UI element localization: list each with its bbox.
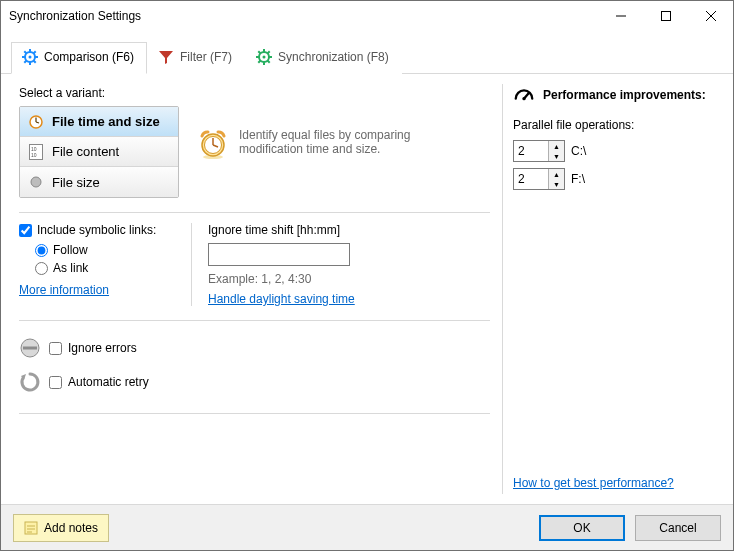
variant-list: File time and size 1010 File content Fil… bbox=[19, 106, 179, 198]
svg-rect-38 bbox=[23, 347, 37, 350]
auto-retry-checkbox[interactable]: Automatic retry bbox=[49, 375, 149, 389]
parallel-row-0: ▲ ▼ C:\ bbox=[513, 140, 719, 162]
svg-marker-14 bbox=[159, 51, 173, 64]
more-information-link[interactable]: More information bbox=[19, 283, 109, 297]
symlink-follow-input[interactable] bbox=[35, 244, 48, 257]
variant-time-size-label: File time and size bbox=[52, 114, 160, 129]
variant-time-size[interactable]: File time and size bbox=[20, 107, 178, 137]
best-performance-link[interactable]: How to get best performance? bbox=[513, 476, 719, 490]
timeshift-input[interactable] bbox=[208, 243, 350, 266]
symlink-aslink-radio[interactable]: As link bbox=[35, 261, 179, 275]
tab-filter[interactable]: Filter (F7) bbox=[147, 42, 245, 74]
tab-filter-label: Filter (F7) bbox=[180, 50, 232, 64]
footer: Add notes OK Cancel bbox=[1, 504, 733, 550]
content-area: Select a variant: File time and size 101… bbox=[1, 74, 733, 504]
symlink-follow-label: Follow bbox=[53, 243, 88, 257]
right-panel: Performance improvements: Parallel file … bbox=[503, 74, 733, 504]
timeshift-label: Ignore time shift [hh:mm] bbox=[208, 223, 490, 237]
performance-heading-label: Performance improvements: bbox=[543, 88, 706, 102]
auto-retry-label: Automatic retry bbox=[68, 375, 149, 389]
svg-line-21 bbox=[258, 51, 260, 53]
options-row: Include symbolic links: Follow As link M… bbox=[19, 223, 490, 306]
parallel-spinner-1[interactable]: ▲ ▼ bbox=[513, 168, 565, 190]
ignore-errors-checkbox[interactable]: Ignore errors bbox=[49, 341, 137, 355]
maximize-button[interactable] bbox=[643, 1, 688, 31]
svg-line-12 bbox=[34, 51, 36, 53]
add-notes-label: Add notes bbox=[44, 521, 98, 535]
variant-size[interactable]: File size bbox=[20, 167, 178, 197]
symlink-aslink-label: As link bbox=[53, 261, 88, 275]
ignore-errors-input[interactable] bbox=[49, 342, 62, 355]
alarm-clock-icon bbox=[197, 128, 229, 160]
settings-window: Synchronization Settings Comparison (F6)… bbox=[0, 0, 734, 551]
gear-green-icon bbox=[256, 49, 272, 65]
funnel-icon bbox=[158, 49, 174, 65]
svg-line-10 bbox=[24, 51, 26, 53]
tab-comparison-label: Comparison (F6) bbox=[44, 50, 134, 64]
gauge-icon bbox=[513, 84, 535, 106]
add-notes-button[interactable]: Add notes bbox=[13, 514, 109, 542]
ok-button[interactable]: OK bbox=[539, 515, 625, 541]
vertical-divider bbox=[191, 223, 192, 306]
auto-retry-row: Automatic retry bbox=[19, 371, 490, 393]
timeshift-group: Ignore time shift [hh:mm] Example: 1, 2,… bbox=[204, 223, 490, 306]
close-button[interactable] bbox=[688, 1, 733, 31]
tab-comparison[interactable]: Comparison (F6) bbox=[11, 42, 147, 74]
svg-point-16 bbox=[263, 56, 266, 59]
svg-line-11 bbox=[34, 61, 36, 63]
symlink-follow-radio[interactable]: Follow bbox=[35, 243, 179, 257]
svg-line-23 bbox=[268, 51, 270, 53]
divider-2 bbox=[19, 320, 490, 321]
dst-link[interactable]: Handle daylight saving time bbox=[208, 292, 355, 306]
parallel-value-0[interactable] bbox=[514, 141, 548, 161]
parallel-drive-0: C:\ bbox=[571, 144, 586, 158]
clock-small-icon bbox=[28, 114, 44, 130]
timeshift-example: Example: 1, 2, 4:30 bbox=[208, 272, 490, 286]
spinner-buttons-1: ▲ ▼ bbox=[548, 169, 564, 189]
cancel-button[interactable]: Cancel bbox=[635, 515, 721, 541]
svg-line-22 bbox=[268, 61, 270, 63]
spinner-up-0[interactable]: ▲ bbox=[549, 141, 564, 151]
ignore-errors-row: Ignore errors bbox=[19, 337, 490, 359]
symlinks-radios: Follow As link bbox=[35, 243, 179, 275]
svg-line-13 bbox=[24, 61, 26, 63]
divider-3 bbox=[19, 413, 490, 414]
variant-size-label: File size bbox=[52, 175, 100, 190]
variant-explain-text: Identify equal files by comparing modifi… bbox=[239, 128, 457, 156]
auto-retry-input[interactable] bbox=[49, 376, 62, 389]
symlink-aslink-input[interactable] bbox=[35, 262, 48, 275]
binary-file-icon: 1010 bbox=[28, 144, 44, 160]
titlebar: Synchronization Settings bbox=[1, 1, 733, 31]
left-panel: Select a variant: File time and size 101… bbox=[1, 74, 502, 504]
spinner-buttons-0: ▲ ▼ bbox=[548, 141, 564, 161]
svg-point-31 bbox=[31, 177, 41, 187]
variant-row: File time and size 1010 File content Fil… bbox=[19, 106, 490, 198]
minimize-button[interactable] bbox=[598, 1, 643, 31]
spinner-up-1[interactable]: ▲ bbox=[549, 169, 564, 179]
minimize-icon bbox=[616, 11, 626, 21]
parallel-value-1[interactable] bbox=[514, 169, 548, 189]
symlinks-group: Include symbolic links: Follow As link M… bbox=[19, 223, 179, 306]
spinner-down-1[interactable]: ▼ bbox=[549, 179, 564, 189]
svg-text:10: 10 bbox=[31, 152, 37, 158]
variant-content-label: File content bbox=[52, 144, 119, 159]
svg-line-24 bbox=[258, 61, 260, 63]
divider-1 bbox=[19, 212, 490, 213]
spinner-down-0[interactable]: ▼ bbox=[549, 151, 564, 161]
parallel-row-1: ▲ ▼ F:\ bbox=[513, 168, 719, 190]
select-variant-label: Select a variant: bbox=[19, 86, 490, 100]
variant-content[interactable]: 1010 File content bbox=[20, 137, 178, 167]
variant-explain: Identify equal files by comparing modifi… bbox=[197, 128, 457, 160]
include-symlinks-checkbox[interactable]: Include symbolic links: bbox=[19, 223, 179, 237]
svg-point-41 bbox=[522, 97, 525, 100]
notes-icon bbox=[24, 521, 38, 535]
tab-sync[interactable]: Synchronization (F8) bbox=[245, 42, 402, 74]
tab-sync-label: Synchronization (F8) bbox=[278, 50, 389, 64]
window-title: Synchronization Settings bbox=[9, 9, 598, 23]
parallel-spinner-0[interactable]: ▲ ▼ bbox=[513, 140, 565, 162]
include-symlinks-input[interactable] bbox=[19, 224, 32, 237]
close-icon bbox=[706, 11, 716, 21]
include-symlinks-label: Include symbolic links: bbox=[37, 223, 156, 237]
gear-blue-icon bbox=[22, 49, 38, 65]
svg-rect-1 bbox=[661, 12, 670, 21]
